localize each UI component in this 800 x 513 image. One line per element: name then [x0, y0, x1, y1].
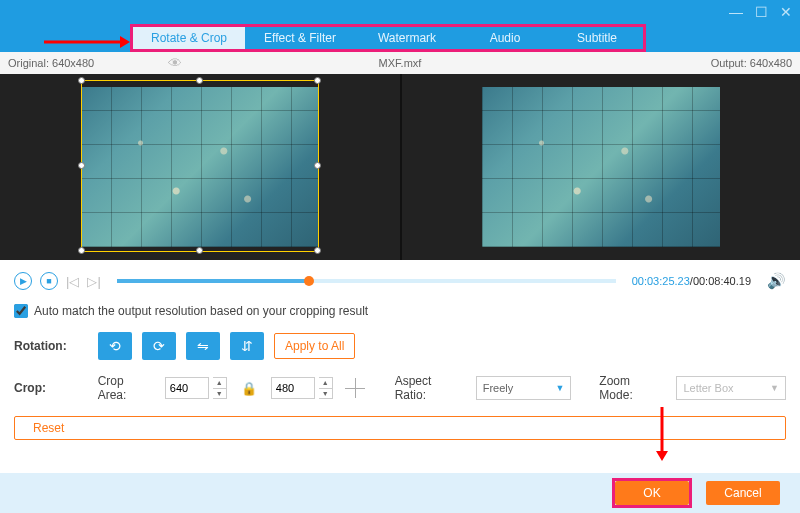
crop-area-label: Crop Area:	[98, 374, 155, 402]
tab-bar: Rotate & Crop Effect & Filter Watermark …	[130, 24, 646, 52]
preview-area	[0, 74, 800, 260]
crop-height-input[interactable]	[271, 377, 315, 399]
ok-button[interactable]: OK	[615, 481, 689, 505]
source-preview[interactable]	[0, 74, 400, 260]
tab-audio[interactable]: Audio	[459, 27, 551, 49]
reset-button[interactable]: Reset	[14, 416, 786, 440]
annotation-arrow-tabs	[44, 34, 130, 50]
maximize-icon[interactable]: ☐	[755, 4, 768, 20]
tab-rotate-crop[interactable]: Rotate & Crop	[133, 27, 245, 49]
aspect-ratio-select[interactable]: Freely▼	[476, 376, 572, 400]
crop-width-spinner[interactable]: ▲▼	[213, 377, 227, 399]
zoom-mode-select[interactable]: Letter Box▼	[676, 376, 786, 400]
stop-button[interactable]: ■	[40, 272, 58, 290]
preview-toggle-icon[interactable]: 👁	[168, 55, 182, 71]
volume-icon[interactable]: 🔊	[767, 272, 786, 290]
original-resolution: Original: 640x480	[8, 57, 94, 69]
play-button[interactable]: ▶	[14, 272, 32, 290]
lock-aspect-icon[interactable]: 🔒	[241, 381, 257, 396]
tab-watermark[interactable]: Watermark	[355, 27, 459, 49]
close-icon[interactable]: ✕	[780, 4, 792, 20]
prev-frame-button[interactable]: |◁	[66, 274, 79, 289]
title-bar: — ☐ ✕ Rotate & Crop Effect & Filter Wate…	[0, 0, 800, 52]
svg-marker-1	[120, 36, 130, 48]
crop-frame[interactable]	[81, 80, 319, 252]
annotation-arrow-ok	[654, 407, 670, 461]
crop-label: Crop:	[14, 381, 88, 395]
crop-height-spinner[interactable]: ▲▼	[319, 377, 333, 399]
auto-match-checkbox[interactable]: Auto match the output resolution based o…	[14, 304, 786, 318]
crop-width-input[interactable]	[165, 377, 209, 399]
tab-subtitle[interactable]: Subtitle	[551, 27, 643, 49]
seek-bar[interactable]	[117, 279, 616, 283]
next-frame-button[interactable]: ▷|	[87, 274, 100, 289]
rotation-label: Rotation:	[14, 339, 88, 353]
rotate-right-button[interactable]: ⟳	[142, 332, 176, 360]
cancel-button[interactable]: Cancel	[706, 481, 780, 505]
flip-horizontal-button[interactable]: ⇋	[186, 332, 220, 360]
center-crop-button[interactable]	[343, 376, 367, 400]
footer: OK Cancel	[0, 473, 800, 513]
apply-to-all-button[interactable]: Apply to All	[274, 333, 355, 359]
tab-effect-filter[interactable]: Effect & Filter	[245, 27, 355, 49]
time-display: 00:03:25.23/00:08:40.19	[632, 275, 751, 287]
zoom-mode-label: Zoom Mode:	[599, 374, 666, 402]
file-name: MXF.mxf	[379, 57, 422, 69]
playback-row: ▶ ■ |◁ ▷| 00:03:25.23/00:08:40.19 🔊	[14, 268, 786, 294]
flip-vertical-button[interactable]: ⇵	[230, 332, 264, 360]
svg-marker-3	[656, 451, 668, 461]
output-resolution: Output: 640x480	[711, 57, 792, 69]
output-preview	[400, 74, 800, 260]
info-bar: Original: 640x480 👁 MXF.mxf Output: 640x…	[0, 52, 800, 74]
minimize-icon[interactable]: —	[729, 4, 743, 20]
aspect-ratio-label: Aspect Ratio:	[395, 374, 466, 402]
rotate-left-button[interactable]: ⟲	[98, 332, 132, 360]
